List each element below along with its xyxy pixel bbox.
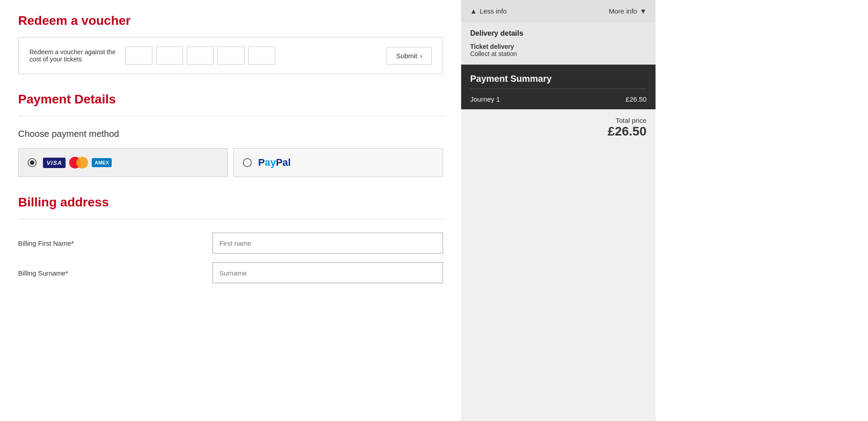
card-radio-button[interactable] [28,158,37,167]
card-icons: VISA AMEX [43,157,112,168]
more-info-label: More info [609,7,637,15]
voucher-input-1[interactable] [125,47,152,65]
more-info-button[interactable]: More info ▼ [609,7,646,15]
journey-row: Journey 1 £26.50 [470,95,646,103]
voucher-input-5[interactable] [248,47,275,65]
sidebar: ▲ Less info More info ▼ Delivery details… [461,0,656,421]
payment-divider [18,116,443,116]
submit-arrow-icon: › [420,52,422,60]
visa-icon: VISA [43,158,66,168]
billing-surname-input[interactable] [212,262,443,283]
billing-section-title: Billing address [18,195,443,210]
paypal-logo: PayPal [258,157,291,168]
card-payment-option[interactable]: VISA AMEX [18,148,228,177]
mastercard-icon [69,157,88,168]
ticket-delivery-label: Ticket delivery [470,43,646,50]
amex-icon: AMEX [92,158,112,167]
billing-first-name-label: Billing First Name* [18,239,212,247]
payment-summary-title: Payment Summary [470,74,646,84]
submit-label: Submit [396,52,417,60]
billing-surname-label: Billing Surname* [18,269,212,277]
billing-first-name-row: Billing First Name* [18,233,443,253]
chevron-up-icon: ▲ [470,7,477,15]
voucher-inputs-group [125,47,381,65]
sidebar-total: Total price £26.50 [461,109,656,146]
billing-first-name-input[interactable] [212,233,443,253]
sidebar-payment-summary: Payment Summary Journey 1 £26.50 [461,65,656,109]
billing-divider [18,219,443,219]
delivery-details-title: Delivery details [470,29,646,37]
payment-section-title: Payment Details [18,92,443,107]
voucher-submit-button[interactable]: Submit › [387,47,432,65]
paypal-payment-option[interactable]: PayPal [233,148,443,177]
total-price-label: Total price [470,117,646,124]
journey-price: £26.50 [626,95,646,103]
journey-label: Journey 1 [470,95,500,103]
voucher-description: Redeem a voucher against the cost of you… [29,48,120,63]
sidebar-delivery-section: Delivery details Ticket delivery Collect… [461,22,656,65]
voucher-section-title: Redeem a voucher [18,14,443,28]
less-info-label: Less info [480,7,507,15]
voucher-input-3[interactable] [187,47,214,65]
ticket-delivery-value: Collect at station [470,50,646,57]
paypal-radio-button[interactable] [243,158,252,167]
voucher-box: Redeem a voucher against the cost of you… [18,37,443,74]
billing-surname-row: Billing Surname* [18,262,443,283]
sidebar-info-toggle: ▲ Less info More info ▼ [461,0,656,22]
payment-summary-divider [470,89,646,89]
voucher-input-2[interactable] [156,47,183,65]
chevron-down-icon: ▼ [640,7,646,15]
voucher-input-4[interactable] [217,47,245,65]
main-content: Redeem a voucher Redeem a voucher agains… [0,0,461,421]
payment-method-title: Choose payment method [18,129,443,139]
payment-options: VISA AMEX PayPal [18,148,443,177]
total-price-value: £26.50 [470,124,646,139]
less-info-button[interactable]: ▲ Less info [470,7,507,15]
